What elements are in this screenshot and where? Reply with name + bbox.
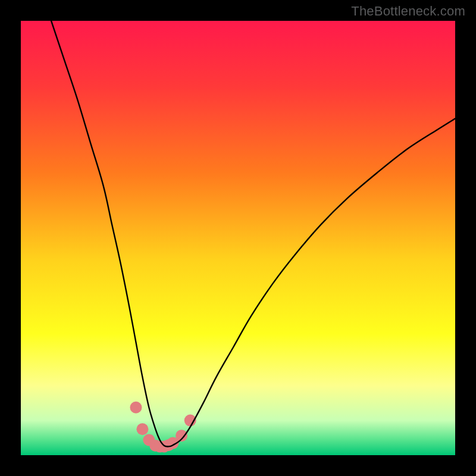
chart-frame: TheBottleneck.com [0, 0, 476, 476]
bottleneck-curve-path [51, 21, 455, 447]
curve-layer [21, 21, 455, 455]
trough-marker [136, 423, 148, 435]
plot-area [21, 21, 455, 455]
trough-marker [130, 402, 142, 414]
watermark-text: TheBottleneck.com [351, 4, 465, 19]
